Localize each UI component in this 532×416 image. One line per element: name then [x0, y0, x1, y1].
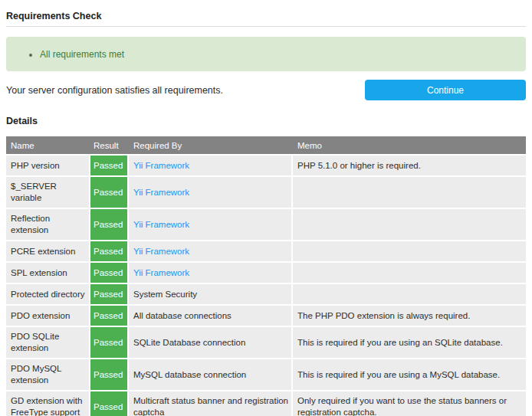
table-row: Reflection extension Passed Yii Framewor…: [6, 209, 526, 240]
required-by-cell: SQLite Database connection: [129, 327, 291, 358]
requirements-check-page: Requirements Check All requirements met …: [0, 11, 532, 416]
memo-cell: Only required if you want to use the sta…: [293, 391, 526, 416]
required-by-link[interactable]: Yii Framework: [133, 219, 189, 231]
table-body: PHP version Passed Yii Framework PHP 5.1…: [6, 156, 526, 416]
required-by-text: MySQL database connection: [133, 369, 246, 381]
required-by-link[interactable]: Yii Framework: [133, 267, 189, 279]
summary-text: Your server configuration satisfies all …: [6, 85, 223, 96]
column-header-result: Result: [90, 141, 129, 150]
table-row: PDO SQLite extension Passed SQLite Datab…: [6, 327, 526, 358]
summary-row: Your server configuration satisfies all …: [6, 80, 526, 100]
required-by-text: SQLite Database connection: [133, 337, 245, 349]
required-by-cell: Multicraft status banner and registratio…: [129, 391, 291, 416]
required-by-text: System Security: [133, 289, 197, 300]
required-by-text: All database connections: [133, 310, 232, 322]
table-row: $_SERVER variable Passed Yii Framework: [6, 177, 526, 208]
requirements-table: Name Result Required By Memo PHP version…: [6, 136, 526, 416]
table-row: Protected directory Passed System Securi…: [6, 284, 526, 304]
requirement-name-cell: Reflection extension: [6, 209, 89, 240]
alert-list: All requirements met: [6, 49, 124, 60]
column-header-required-by: Required By: [129, 141, 293, 150]
required-by-cell: System Security: [129, 284, 291, 304]
column-header-name: Name: [6, 141, 90, 150]
result-badge: Passed: [90, 306, 127, 326]
page-title: Requirements Check: [6, 11, 526, 21]
table-row: PHP version Passed Yii Framework PHP 5.1…: [6, 156, 526, 175]
requirement-name-cell: PDO MySQL extension: [6, 359, 89, 390]
table-header-row: Name Result Required By Memo: [6, 136, 526, 154]
result-badge: Passed: [90, 156, 127, 175]
alert-item: All requirements met: [40, 49, 124, 60]
result-badge: Passed: [90, 284, 127, 304]
required-by-cell: MySQL database connection: [129, 359, 291, 390]
requirement-name-cell: $_SERVER variable: [6, 177, 89, 208]
result-badge: Passed: [90, 177, 127, 208]
requirement-name-cell: Protected directory: [6, 284, 89, 304]
result-badge: Passed: [90, 391, 127, 416]
required-by-link[interactable]: Yii Framework: [133, 187, 189, 198]
required-by-cell: Yii Framework: [129, 209, 291, 240]
result-badge: Passed: [90, 359, 127, 390]
column-header-memo: Memo: [293, 141, 526, 150]
table-row: SPL extension Passed Yii Framework: [6, 263, 526, 283]
divider: [6, 26, 526, 27]
requirement-name-cell: PDO SQLite extension: [6, 327, 89, 358]
requirement-name-cell: PCRE extension: [6, 241, 89, 261]
table-row: PDO extension Passed All database connec…: [6, 306, 526, 326]
required-by-cell: Yii Framework: [129, 156, 291, 175]
required-by-cell: Yii Framework: [129, 263, 291, 283]
required-by-cell: Yii Framework: [129, 177, 291, 208]
requirement-name-cell: GD extension with FreeType support: [6, 391, 89, 416]
requirement-name-cell: PHP version: [6, 156, 89, 175]
memo-cell: This is required if you are using a MySQ…: [293, 359, 526, 390]
required-by-cell: Yii Framework: [129, 241, 291, 261]
memo-cell: [293, 284, 526, 304]
requirement-name-cell: PDO extension: [6, 306, 89, 326]
details-title: Details: [6, 116, 526, 126]
required-by-cell: All database connections: [129, 306, 291, 326]
success-alert: All requirements met: [6, 37, 526, 71]
result-badge: Passed: [90, 241, 127, 261]
requirement-name-cell: SPL extension: [6, 263, 89, 283]
required-by-link[interactable]: Yii Framework: [133, 160, 189, 172]
memo-cell: [293, 241, 526, 261]
memo-cell: The PHP PDO extension is always required…: [293, 306, 526, 326]
memo-cell: This is required if you are using an SQL…: [293, 327, 526, 358]
result-badge: Passed: [90, 263, 127, 283]
memo-cell: [293, 209, 526, 240]
memo-cell: PHP 5.1.0 or higher is required.: [293, 156, 526, 175]
result-badge: Passed: [90, 209, 127, 240]
required-by-link[interactable]: Yii Framework: [133, 246, 189, 257]
memo-cell: [293, 263, 526, 283]
table-row: PDO MySQL extension Passed MySQL databas…: [6, 359, 526, 390]
memo-cell: [293, 177, 526, 208]
table-row: PCRE extension Passed Yii Framework: [6, 241, 526, 261]
required-by-text: Multicraft status banner and registratio…: [133, 395, 290, 416]
continue-button[interactable]: Continue: [365, 80, 526, 100]
result-badge: Passed: [90, 327, 127, 358]
table-row: GD extension with FreeType support Passe…: [6, 391, 526, 416]
